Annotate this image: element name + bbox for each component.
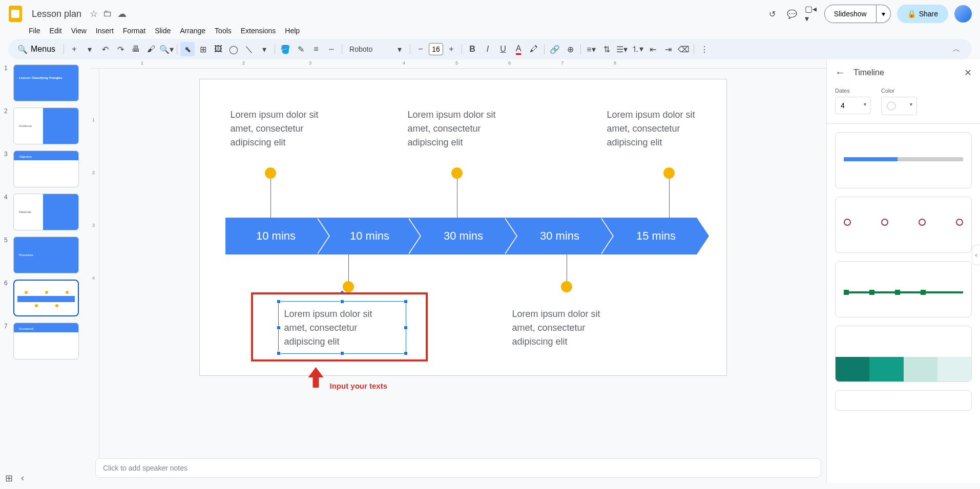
insert-link-button[interactable]: 🔗: [548, 42, 562, 56]
menu-edit[interactable]: Edit: [46, 25, 66, 37]
ruler-tick: 2: [242, 60, 245, 66]
sidebar-back-button[interactable]: ←: [835, 67, 845, 78]
timeline-template-3[interactable]: [835, 261, 972, 317]
slide-thumbnail-5[interactable]: Procedure: [13, 237, 79, 273]
bold-button[interactable]: B: [465, 42, 479, 56]
slide-thumbnail-6[interactable]: [13, 280, 79, 316]
text-color-button[interactable]: A: [511, 42, 526, 56]
menu-view[interactable]: View: [67, 25, 91, 37]
clear-formatting-button[interactable]: ⌫: [676, 42, 691, 56]
paint-format-button[interactable]: 🖌: [144, 42, 158, 56]
numbered-list-button[interactable]: ⒈▾: [630, 42, 644, 56]
user-avatar[interactable]: [954, 5, 972, 23]
zoom-button[interactable]: 🔍▾: [159, 42, 174, 56]
shape-tool[interactable]: ◯: [226, 42, 241, 56]
insert-comment-button[interactable]: ⊕: [563, 42, 577, 56]
increase-font-button[interactable]: +: [444, 42, 458, 56]
menu-format[interactable]: Format: [119, 25, 150, 37]
history-icon[interactable]: ↺: [766, 7, 779, 20]
menu-slide[interactable]: Slide: [151, 25, 175, 37]
timeline-segment-3[interactable]: 30 mins: [408, 218, 504, 254]
line-tool[interactable]: ＼: [242, 42, 256, 56]
slide-canvas[interactable]: Lorem ipsum dolor sit amet, consectetur …: [199, 79, 727, 376]
timeline-text-top-1[interactable]: Lorem ipsum dolor sit amet, consectetur …: [231, 108, 343, 150]
slideshow-dropdown-button[interactable]: ▾: [877, 5, 891, 23]
collapse-toolbar-button[interactable]: ︿: [949, 42, 964, 56]
cloud-status-icon[interactable]: ☁: [117, 8, 127, 19]
search-menus[interactable]: 🔍 Menus: [12, 42, 60, 56]
menu-insert[interactable]: Insert: [92, 25, 118, 37]
border-weight-button[interactable]: ≡: [309, 42, 323, 56]
slides-logo[interactable]: [6, 5, 25, 23]
comments-icon[interactable]: 💬: [785, 7, 799, 20]
timeline-dot[interactable]: [265, 167, 276, 179]
collapse-filmstrip-button[interactable]: ‹: [21, 473, 24, 484]
slide-thumbnail-2[interactable]: Audience: [13, 108, 79, 144]
document-title[interactable]: Lesson plan: [29, 8, 85, 20]
sidebar-close-button[interactable]: ✕: [964, 67, 972, 78]
slideshow-button[interactable]: Slideshow: [824, 5, 877, 23]
horizontal-ruler[interactable]: 1 2 3 4 5 6 7 8: [90, 59, 826, 69]
font-size-input[interactable]: [429, 43, 443, 55]
fill-color-button[interactable]: 🪣: [278, 42, 293, 56]
timeline-text-top-3[interactable]: Lorem ipsum dolor sit amet, consectetur …: [607, 108, 720, 150]
dates-select[interactable]: 4: [835, 97, 871, 114]
timeline-dot[interactable]: [451, 167, 463, 179]
decrease-font-button[interactable]: −: [413, 42, 428, 56]
timeline-template-1[interactable]: [835, 132, 972, 188]
timeline-template-2[interactable]: [835, 197, 972, 253]
timeline-segment-2[interactable]: 10 mins: [317, 218, 408, 254]
timeline-template-5[interactable]: [835, 390, 972, 411]
meet-icon[interactable]: ▢◂ ▾: [805, 7, 818, 20]
timeline-text-top-2[interactable]: Lorem ipsum dolor sit amet, consectetur …: [408, 108, 520, 150]
border-color-button[interactable]: ✎: [294, 42, 308, 56]
speaker-notes[interactable]: Click to add speaker notes: [95, 458, 821, 478]
slide-thumbnail-3[interactable]: Objective: [13, 151, 79, 187]
more-tools-button[interactable]: ⋮: [697, 42, 712, 56]
menu-help[interactable]: Help: [281, 25, 304, 37]
timeline-dot[interactable]: [343, 281, 354, 292]
undo-button[interactable]: ↶: [98, 42, 112, 56]
timeline-template-4[interactable]: [835, 326, 972, 382]
star-icon[interactable]: ☆: [90, 8, 98, 19]
italic-button[interactable]: I: [481, 42, 495, 56]
menu-file[interactable]: File: [25, 25, 45, 37]
timeline-bar[interactable]: 10 mins 10 mins 30 mins 30 mins 15 mins: [225, 218, 697, 254]
slide-thumbnail-7[interactable]: Homework: [13, 323, 79, 359]
menu-extensions[interactable]: Extensions: [237, 25, 280, 37]
textbox-tool[interactable]: ⊞: [196, 42, 210, 56]
line-spacing-button[interactable]: ⇅: [599, 42, 614, 56]
line-dropdown[interactable]: ▾: [257, 42, 272, 56]
timeline-segment-4[interactable]: 30 mins: [504, 218, 600, 254]
font-selector[interactable]: Roboto: [345, 43, 391, 55]
bulleted-list-button[interactable]: ☰▾: [615, 42, 629, 56]
share-button[interactable]: 🔒 Share: [897, 5, 948, 23]
print-button[interactable]: 🖶: [129, 42, 143, 56]
increase-indent-button[interactable]: ⇥: [661, 42, 675, 56]
vertical-ruler[interactable]: 1 2 3 4: [90, 69, 99, 458]
new-slide-dropdown[interactable]: ▾: [82, 42, 97, 56]
border-dash-button[interactable]: ┄: [324, 42, 339, 56]
decrease-indent-button[interactable]: ⇤: [645, 42, 660, 56]
color-select[interactable]: [881, 97, 917, 115]
new-slide-button[interactable]: +: [67, 42, 81, 56]
timeline-segment-1[interactable]: 10 mins: [225, 218, 317, 254]
expand-side-panel-button[interactable]: ‹: [972, 245, 980, 265]
timeline-segment-5[interactable]: 15 mins: [600, 218, 697, 254]
move-icon[interactable]: 🗀: [103, 8, 112, 19]
menu-tools[interactable]: Tools: [211, 25, 236, 37]
underline-button[interactable]: U: [496, 42, 510, 56]
align-button[interactable]: ≡▾: [584, 42, 598, 56]
highlight-color-button[interactable]: 🖍: [527, 42, 541, 56]
slide-thumbnail-1[interactable]: Lesson: Classifying Triangles: [13, 65, 79, 101]
font-dropdown[interactable]: ▾: [392, 42, 407, 56]
grid-view-button[interactable]: ⊞: [5, 473, 13, 484]
slide-thumbnail-4[interactable]: Materials: [13, 194, 79, 230]
redo-button[interactable]: ↷: [113, 42, 128, 56]
timeline-dot[interactable]: [561, 281, 572, 292]
timeline-dot[interactable]: [663, 167, 675, 179]
menu-arrange[interactable]: Arrange: [176, 25, 210, 37]
image-tool[interactable]: 🖼: [211, 42, 225, 56]
timeline-text-bottom-2[interactable]: Lorem ipsum dolor sit amet, consectetur …: [512, 307, 625, 349]
select-tool[interactable]: ⬉: [180, 42, 195, 56]
